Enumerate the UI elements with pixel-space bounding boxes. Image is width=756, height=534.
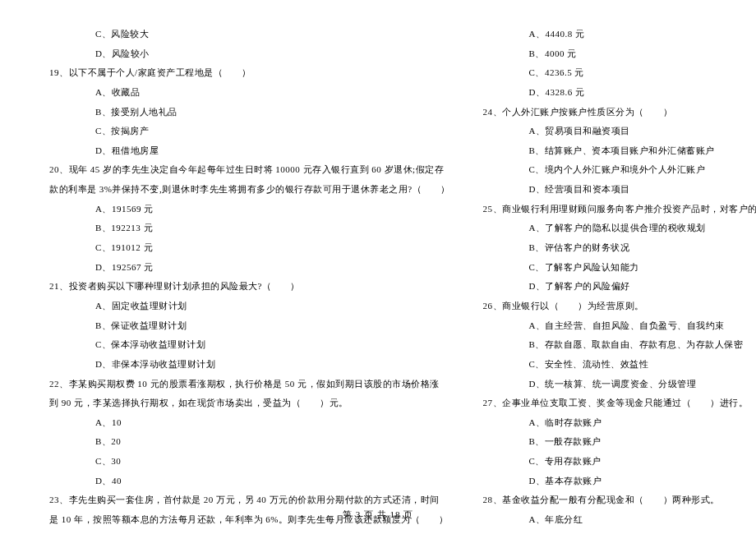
text-line: A、固定收益理财计划 [49,297,450,316]
text-line: A、收藏品 [49,83,450,103]
document-content: C、风险较大D、风险较小19、以下不属于个人/家庭资产工程地是（ ）A、收藏品B… [49,25,707,530]
text-line: A、4440.8 元 [483,25,756,44]
text-line: C、4236.5 元 [483,63,756,83]
text-line: A、191569 元 [49,200,450,219]
text-line: A、了解客户的隐私以提供合理的税收规划 [483,219,756,238]
text-line: B、结算账户、资本项目账户和外汇储蓄账户 [483,141,756,161]
text-line: 20、现年 45 岁的李先生决定自今年起每年过生日时将 10000 元存入银行直… [49,160,450,180]
text-line: C、按揭房产 [49,122,450,141]
text-line: D、租借地房屋 [49,141,450,161]
text-line: A、10 [49,413,450,433]
left-column: C、风险较大D、风险较小19、以下不属于个人/家庭资产工程地是（ ）A、收藏品B… [49,25,450,530]
text-line: 到 90 元，李某选择执行期权，如在现货市场卖出，受益为（ ）元。 [49,394,450,413]
text-line: 款的利率是 3%并保持不变,则退休时李先生将拥有多少的银行存款可用于退休养老之用… [49,180,450,200]
text-line: D、4328.6 元 [483,83,756,103]
text-line: 27、企事业单位支取工资、奖金等现金只能通过（ ）进行。 [483,394,756,413]
text-line: 19、以下不属于个人/家庭资产工程地是（ ） [49,63,450,83]
text-line: B、一般存款账户 [483,432,756,452]
text-line: 28、基金收益分配一般有分配现金和（ ）两种形式。 [483,490,756,510]
text-line: B、4000 元 [483,44,756,64]
text-line: A、贸易项目和融资项目 [483,122,756,141]
text-line: 24、个人外汇账户按账户性质区分为（ ） [483,103,756,122]
text-line: C、专用存款账户 [483,452,756,472]
text-line: 26、商业银行以（ ）为经营原则。 [483,297,756,316]
text-line: D、统一核算、统一调度资金、分级管理 [483,375,756,394]
text-line: C、191012 元 [49,238,450,258]
text-line: B、20 [49,432,450,452]
text-line: 23、李先生购买一套住房，首付款是 20 万元，另 40 万元的价款用分期付款的… [49,490,450,510]
text-line: C、30 [49,452,450,472]
text-line: C、了解客户风险认知能力 [483,258,756,278]
page-footer: 第 3 页 共 18 页 [0,509,756,521]
text-line: A、自主经营、自担风险、自负盈亏、自我约束 [483,316,756,336]
right-column: A、4440.8 元B、4000 元C、4236.5 元D、4328.6 元24… [483,25,756,530]
text-line: 21、投资者购买以下哪种理财计划承担的风险最大?（ ） [49,277,450,297]
text-line: D、非保本浮动收益理财计划 [49,355,450,375]
text-line: B、192213 元 [49,219,450,238]
text-line: A、临时存款账户 [483,413,756,433]
text-line: C、安全性、流动性、效益性 [483,355,756,375]
text-line: 22、李某购买期权费 10 元的股票看涨期权，执行价格是 50 元，假如到期日该… [49,375,450,394]
text-line: D、经营项目和资本项目 [483,180,756,200]
text-line: B、接受别人地礼品 [49,103,450,122]
text-line: D、基本存款账户 [483,472,756,491]
text-line: D、风险较小 [49,44,450,64]
text-line: B、保证收益理财计划 [49,316,450,336]
text-line: C、境内个人外汇账户和境外个人外汇账户 [483,160,756,180]
text-line: 25、商业银行利用理财顾问服务向客户推介投资产品时，对客户的了解内容不包括（ ） [483,200,756,219]
text-line: D、了解客户的风险偏好 [483,277,756,297]
text-line: D、192567 元 [49,258,450,278]
text-line: D、40 [49,472,450,491]
text-line: B、存款自愿、取款自由、存款有息、为存款人保密 [483,335,756,355]
text-line: C、保本浮动收益理财计划 [49,335,450,355]
text-line: C、风险较大 [49,25,450,44]
text-line: B、评估客户的财务状况 [483,238,756,258]
